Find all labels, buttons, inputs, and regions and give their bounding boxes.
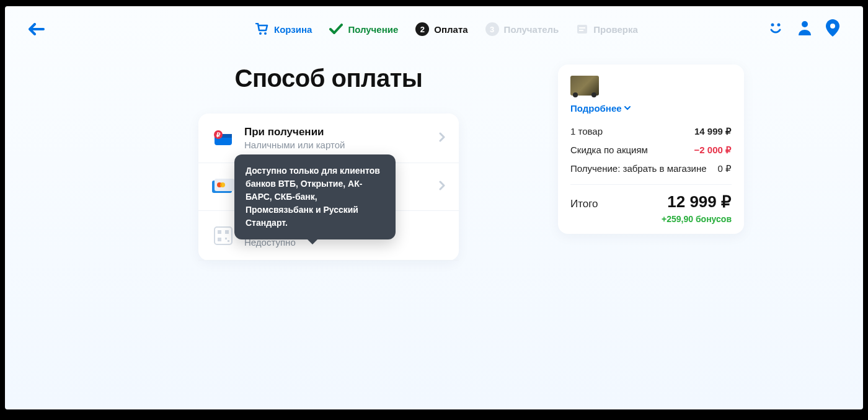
summary-items-label: 1 товар [570,126,603,137]
chevron-down-icon [624,106,631,111]
chevron-right-icon [439,132,445,145]
page-title: Способ оплаты [124,65,533,92]
summary-discount-row: Скидка по акциям −2 000 ₽ [570,141,732,159]
summary-more-link[interactable]: Подробнее [570,103,732,114]
cart-icon [255,23,269,35]
checkout-steps: Корзина Получение 2 Оплата 3 Получатель … [255,22,638,36]
check-icon [329,24,343,35]
svg-point-6 [777,24,781,27]
summary-total-value: 12 999 ₽ [667,192,732,212]
summary-total-row: Итого 12 999 ₽ [570,192,732,212]
svg-rect-4 [579,30,583,31]
svg-text:₽: ₽ [216,132,221,138]
step-payment-label: Оплата [434,24,467,35]
back-button[interactable] [29,23,45,35]
smile-icon[interactable] [768,20,784,38]
step-delivery-label: Получение [348,24,398,35]
summary-more-label: Подробнее [570,103,622,114]
step-check: Проверка [576,24,637,35]
summary-items-row: 1 товар 14 999 ₽ [570,122,732,141]
svg-point-5 [771,24,774,27]
step-payment[interactable]: 2 Оплата [415,22,467,36]
product-thumbnail[interactable] [570,76,599,96]
svg-rect-2 [577,25,587,34]
summary-bonus: +259,90 бонусов [570,214,732,224]
summary-discount-value: −2 000 ₽ [694,145,732,156]
summary-delivery-label: Получение: забрать в магазине [570,163,711,174]
step-recipient-label: Получатель [504,24,559,35]
arrow-left-icon [29,23,45,35]
wallet-icon: ₽ [212,127,234,150]
summary-discount-label: Скидка по акциям [570,145,648,156]
svg-point-16 [220,182,225,187]
card-icon [212,176,234,198]
option-on-receive-sub: Наличными или картой [244,140,429,150]
svg-rect-22 [228,240,229,242]
step-cart-label: Корзина [274,24,312,35]
step-check-label: Проверка [593,24,637,35]
svg-rect-19 [225,230,229,234]
receipt-icon [576,24,588,35]
step-recipient-badge: 3 [485,22,499,36]
chevron-right-icon [439,181,445,193]
svg-point-7 [802,21,808,27]
summary-delivery-row: Получение: забрать в магазине 0 ₽ [570,159,732,178]
summary-total-label: Итого [570,198,598,210]
svg-rect-21 [225,238,227,239]
user-icon[interactable] [797,20,812,38]
summary-delivery-value: 0 ₽ [717,163,732,174]
location-icon[interactable] [826,19,839,39]
payment-options: ₽ При получении Наличными или картой [198,114,459,261]
svg-point-1 [264,32,267,35]
step-recipient: 3 Получатель [485,22,559,36]
step-cart[interactable]: Корзина [255,23,312,35]
option-on-receive-title: При получении [244,126,429,138]
header: Корзина Получение 2 Оплата 3 Получатель … [5,6,863,52]
divider [570,184,732,185]
svg-rect-20 [218,238,221,241]
svg-point-0 [259,32,262,35]
svg-rect-18 [218,230,221,234]
step-payment-badge: 2 [415,22,429,36]
svg-point-8 [830,24,835,29]
step-delivery[interactable]: Получение [329,24,398,35]
order-summary: Подробнее 1 товар 14 999 ₽ Скидка по акц… [558,65,744,234]
svg-rect-3 [579,27,585,29]
qr-icon [212,225,234,247]
qr-tooltip: Доступно только для клиентов банков ВТБ,… [234,154,396,239]
summary-items-value: 14 999 ₽ [694,126,732,137]
